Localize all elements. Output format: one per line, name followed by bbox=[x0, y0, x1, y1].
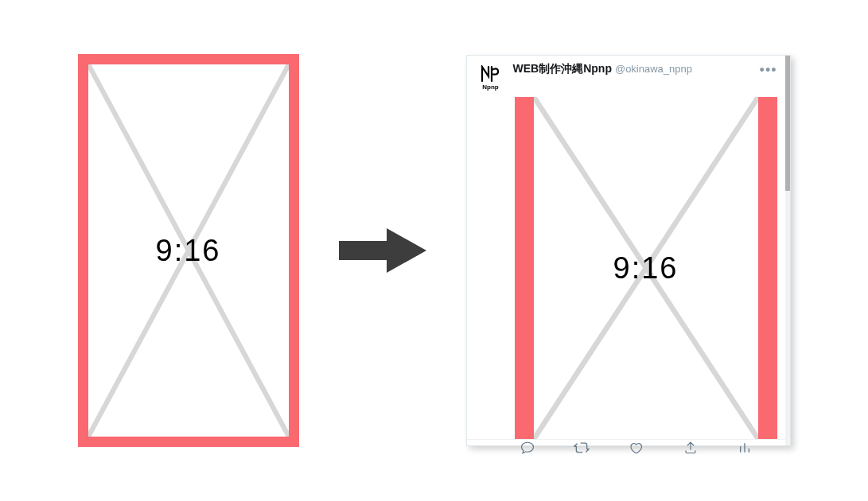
display-name[interactable]: WEB制作沖縄Npnp bbox=[513, 62, 612, 76]
tweet-header: Npnp WEB制作沖縄Npnp @okinawa_npnp ••• bbox=[467, 56, 790, 97]
avatar-label: Npnp bbox=[482, 84, 498, 91]
scrollbar[interactable] bbox=[785, 56, 790, 445]
crop-bar-left bbox=[515, 97, 534, 439]
avatar[interactable]: Npnp bbox=[475, 62, 507, 94]
retweet-button[interactable] bbox=[574, 440, 590, 456]
like-button[interactable] bbox=[628, 440, 644, 456]
tweet-body: 9:16 bbox=[467, 97, 790, 439]
original-image-frame: 9:16 bbox=[78, 54, 299, 447]
tweet-name-row: WEB制作沖縄Npnp @okinawa_npnp bbox=[513, 62, 749, 76]
tweet-card: Npnp WEB制作沖縄Npnp @okinawa_npnp ••• 9:16 bbox=[466, 55, 791, 446]
tweet-actions bbox=[467, 439, 790, 457]
original-image-inner: 9:16 bbox=[88, 64, 289, 437]
original-ratio-label: 9:16 bbox=[156, 234, 221, 268]
scrollbar-thumb[interactable] bbox=[785, 56, 790, 191]
preview-inner: 9:16 bbox=[534, 97, 758, 439]
share-button[interactable] bbox=[683, 440, 699, 456]
analytics-button[interactable] bbox=[737, 440, 753, 456]
arrow-icon bbox=[335, 228, 430, 273]
reply-button[interactable] bbox=[520, 440, 535, 456]
svg-marker-2 bbox=[339, 228, 426, 273]
more-icon[interactable]: ••• bbox=[755, 62, 782, 79]
tweet-image-preview[interactable]: 9:16 bbox=[515, 97, 777, 439]
preview-ratio-label: 9:16 bbox=[613, 251, 679, 285]
crop-bar-right bbox=[758, 97, 777, 439]
handle[interactable]: @okinawa_npnp bbox=[615, 63, 692, 75]
